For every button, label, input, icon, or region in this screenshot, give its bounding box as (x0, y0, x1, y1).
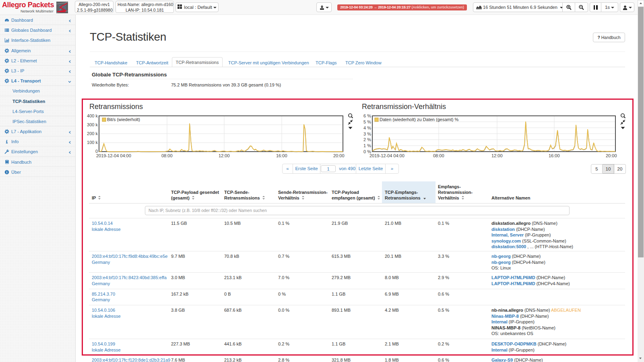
svg-text:20:00: 20:00 (333, 153, 345, 158)
svg-text:16:00: 16:00 (549, 153, 560, 158)
svg-text:08:00: 08:00 (161, 153, 173, 158)
svg-text:16:00: 16:00 (276, 153, 287, 158)
svg-text:Daten (wiederholt) zu Daten (g: Daten (wiederholt) zu Daten (gesamt) % (380, 117, 458, 122)
svg-text:2 %: 2 % (363, 137, 371, 142)
svg-text:3 %: 3 % (363, 132, 371, 136)
svg-text:6 %: 6 % (363, 113, 371, 118)
svg-text:2019-12-04 04:00: 2019-12-04 04:00 (369, 153, 405, 158)
svg-text:2019-12-04 04:00: 2019-12-04 04:00 (96, 153, 131, 158)
svg-text:08:00: 08:00 (433, 153, 444, 158)
svg-text:200 k: 200 k (87, 131, 98, 136)
svg-text:20:00: 20:00 (606, 153, 617, 158)
svg-text:1 %: 1 % (363, 143, 371, 148)
svg-text:100 k: 100 k (87, 140, 98, 145)
svg-text:Bit/s (wiederholt): Bit/s (wiederholt) (107, 117, 140, 122)
svg-text:300 k: 300 k (87, 122, 98, 127)
svg-text:5 %: 5 % (363, 119, 371, 124)
svg-text:4 %: 4 % (363, 125, 371, 130)
svg-text:12:00: 12:00 (219, 153, 230, 158)
svg-text:400 k: 400 k (87, 113, 98, 118)
svg-text:12:00: 12:00 (491, 153, 503, 158)
